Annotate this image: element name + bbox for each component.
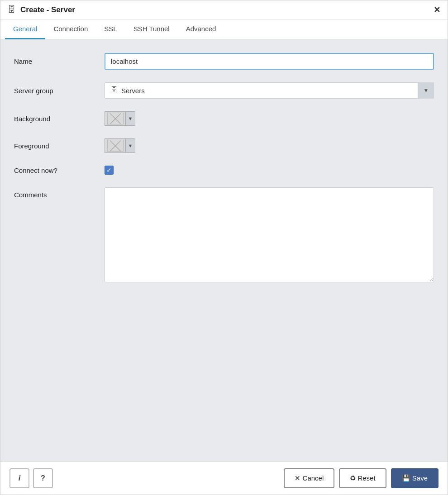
tab-ssl[interactable]: SSL [96,19,125,39]
dialog-icon: 🗄 [8,5,16,14]
connect-now-row: Connect now? ✓ [14,166,434,175]
background-label: Background [14,115,105,123]
footer: i ? ✕ Cancel ♻ Reset 💾 Save [0,462,448,495]
background-control: ▼ [105,111,434,126]
reset-button[interactable]: ♻ Reset [339,468,386,488]
title-bar: 🗄 Create - Server ✕ [0,0,448,19]
save-label: 💾 Save [402,474,428,482]
background-row: Background ▼ [14,111,434,126]
name-row: Name [14,53,434,70]
background-color-picker[interactable]: ▼ [105,111,434,126]
cancel-button[interactable]: ✕ Cancel [284,468,334,488]
server-group-icon: 🗄 [110,86,118,95]
comments-label: Comments [14,187,105,199]
comments-control [105,187,434,284]
help-icon: ? [41,474,45,482]
background-no-color-icon [107,113,124,124]
foreground-label: Foreground [14,142,105,150]
comments-textarea[interactable] [105,187,434,282]
comments-row: Comments [14,187,434,284]
tab-ssh-tunnel[interactable]: SSH Tunnel [125,19,178,39]
save-button[interactable]: 💾 Save [391,468,438,488]
cancel-label: ✕ Cancel [295,474,324,482]
foreground-no-color-icon [107,140,124,152]
foreground-color-dropdown[interactable]: ▼ [125,138,135,153]
content-area: Name Server group 🗄 Servers ▼ Background [0,39,448,462]
footer-right: ✕ Cancel ♻ Reset 💾 Save [284,468,438,488]
checkmark-icon: ✓ [106,167,112,173]
dialog: 🗄 Create - Server ✕ General Connection S… [0,0,448,495]
foreground-control: ▼ [105,138,434,153]
name-input[interactable] [105,53,434,70]
background-color-swatch [105,111,125,126]
close-button[interactable]: ✕ [434,6,440,14]
info-icon: i [19,474,20,482]
server-group-select-wrapper: 🗄 Servers ▼ [105,82,434,99]
footer-left: i ? [10,468,53,488]
foreground-color-picker[interactable]: ▼ [105,138,434,153]
server-group-select[interactable]: 🗄 Servers [105,82,434,99]
server-group-label: Server group [14,87,105,95]
tab-general[interactable]: General [5,19,45,39]
server-group-control: 🗄 Servers ▼ [105,82,434,99]
help-button[interactable]: ? [33,468,53,488]
server-group-row: Server group 🗄 Servers ▼ [14,82,434,99]
foreground-row: Foreground ▼ [14,138,434,153]
server-group-value: Servers [121,87,145,95]
name-control [105,53,434,70]
title-bar-left: 🗄 Create - Server [8,5,75,14]
background-color-dropdown[interactable]: ▼ [125,111,135,126]
connect-now-checkbox[interactable]: ✓ [105,166,114,175]
connect-now-control: ✓ [105,166,434,175]
tab-advanced[interactable]: Advanced [178,19,224,39]
info-button[interactable]: i [10,468,29,488]
tab-connection[interactable]: Connection [45,19,96,39]
connect-now-label: Connect now? [14,167,105,174]
dialog-title: Create - Server [20,5,75,14]
name-label: Name [14,57,105,65]
reset-label: ♻ Reset [350,474,375,482]
tabs-container: General Connection SSL SSH Tunnel Advanc… [0,19,448,39]
foreground-color-swatch [105,138,125,153]
connect-now-checkbox-wrapper: ✓ [105,166,434,175]
